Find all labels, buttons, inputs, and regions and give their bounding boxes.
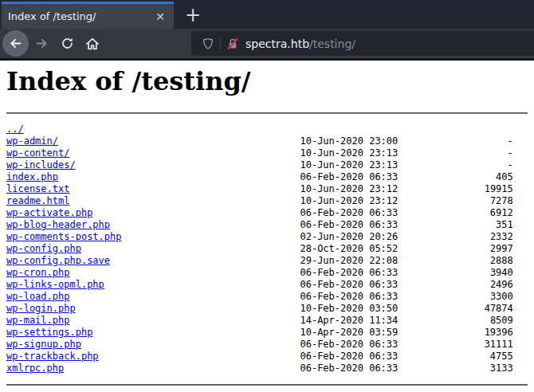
file-link[interactable]: wp-admin/ <box>6 135 58 147</box>
forward-arrow-icon <box>35 37 49 50</box>
tab-close-icon[interactable]: ✕ <box>151 9 169 25</box>
url-text: spectra.htb/testing/ <box>245 37 355 50</box>
page-title: Index of /testing/ <box>6 67 528 96</box>
navigation-toolbar: spectra.htb/testing/ <box>0 29 534 61</box>
back-arrow-icon <box>9 37 22 50</box>
file-link[interactable]: wp-signup.php <box>6 339 81 350</box>
file-link[interactable]: readme.html <box>6 195 69 206</box>
tab-bar: Index of /testing/ ✕ + <box>0 0 534 29</box>
tab-title: Index of /testing/ <box>8 10 151 22</box>
file-link[interactable]: wp-comments-post.php <box>6 231 122 242</box>
file-link[interactable]: wp-links-opml.php <box>6 279 104 290</box>
reload-icon <box>61 37 74 50</box>
file-link[interactable]: wp-content/ <box>6 147 69 159</box>
file-link[interactable]: xmlrpc.php <box>6 363 64 374</box>
insecure-lock-icon[interactable] <box>226 37 239 50</box>
page-content: Index of /testing/ ../ wp-admin/ 10-Jun-… <box>0 61 534 392</box>
forward-button[interactable] <box>29 30 54 57</box>
url-bar[interactable]: spectra.htb/testing/ <box>191 31 534 56</box>
back-button[interactable] <box>2 30 29 57</box>
file-link[interactable]: wp-login.php <box>6 303 76 314</box>
tracking-protection-shield-icon[interactable] <box>202 37 214 50</box>
file-link[interactable]: wp-blog-header.php <box>6 219 110 230</box>
home-icon <box>85 37 100 51</box>
file-link[interactable]: index.php <box>6 171 58 182</box>
file-link[interactable]: wp-trackback.php <box>6 351 99 362</box>
home-button[interactable] <box>80 30 105 57</box>
file-link[interactable]: wp-includes/ <box>6 159 76 171</box>
file-link[interactable]: wp-cron.php <box>6 267 69 278</box>
browser-tab[interactable]: Index of /testing/ ✕ <box>2 2 174 29</box>
directory-listing: ../ wp-admin/ 10-Jun-2020 23:00 - wp-con… <box>6 123 528 374</box>
file-link[interactable]: wp-load.php <box>6 291 69 302</box>
file-link[interactable]: wp-activate.php <box>6 207 92 218</box>
browser-window: Index of /testing/ ✕ + <box>0 0 534 392</box>
reload-button[interactable] <box>54 30 80 57</box>
file-link[interactable]: wp-settings.php <box>6 327 92 338</box>
urlbar-divider <box>220 37 221 50</box>
file-link[interactable]: wp-config.php.save <box>6 255 110 266</box>
file-link[interactable]: wp-config.php <box>6 243 81 254</box>
bottom-rule <box>6 384 528 386</box>
top-rule <box>6 112 528 114</box>
file-link[interactable]: license.txt <box>6 183 69 194</box>
file-link[interactable]: ../ <box>6 123 24 135</box>
file-link[interactable]: wp-mail.php <box>6 315 69 326</box>
url-host: spectra.htb <box>245 37 309 50</box>
new-tab-button[interactable]: + <box>179 2 207 29</box>
url-path: /testing/ <box>309 37 355 50</box>
